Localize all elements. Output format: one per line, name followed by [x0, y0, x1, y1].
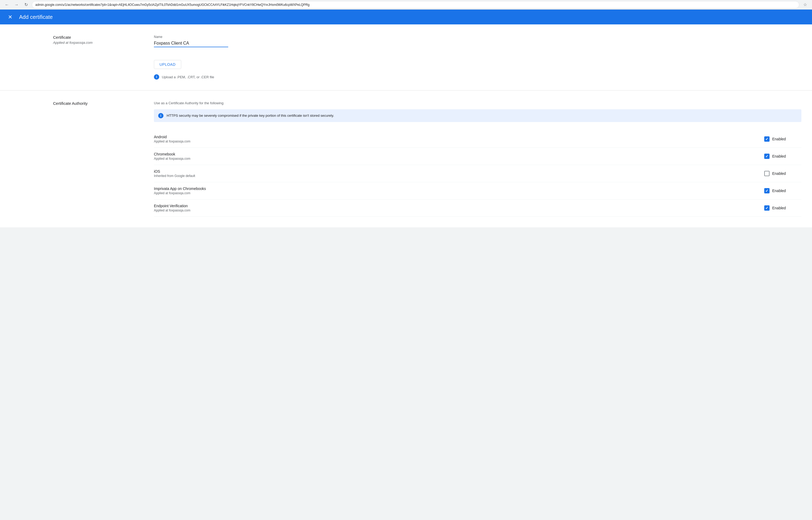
platform-sub: Applied at foxpassqa.com [154, 139, 764, 143]
certificate-card-inner: Certificate Applied at foxpassqa.com Nam… [0, 24, 812, 90]
platform-sub: Applied at foxpassqa.com [154, 157, 764, 160]
platform-row: Endpoint VerificationApplied at foxpassq… [154, 200, 802, 217]
main-content: Certificate Applied at foxpassqa.com Nam… [0, 24, 812, 520]
platform-sub: Applied at foxpassqa.com [154, 191, 764, 195]
close-button[interactable]: ✕ [5, 12, 15, 22]
info-icon: i [154, 74, 159, 80]
ca-inner: Certificate Authority Use as a Certifica… [53, 101, 812, 217]
browser-actions: ☆ [802, 1, 809, 8]
checkmark-icon: ✓ [765, 154, 768, 158]
bookmark-button[interactable]: ☆ [802, 1, 809, 8]
close-icon: ✕ [8, 14, 12, 20]
warning-text: HTTPS security may be severely compromis… [167, 113, 334, 118]
platform-control: ✓Enabled [764, 136, 802, 142]
enabled-label: Enabled [772, 189, 786, 193]
platform-checkbox[interactable]: ✓ [764, 188, 769, 193]
warning-box: i HTTPS security may be severely comprom… [154, 109, 802, 122]
certificate-sublabel: Applied at foxpassqa.com [53, 41, 154, 45]
back-button[interactable]: ← [3, 1, 10, 8]
platform-name: Endpoint Verification [154, 204, 764, 208]
platform-checkbox[interactable]: ✓ [764, 154, 769, 159]
platform-sub: Applied at foxpassqa.com [154, 209, 764, 212]
checkmark-icon: ✓ [765, 137, 768, 141]
platform-info: ChromebookApplied at foxpassqa.com [154, 152, 764, 160]
upload-button[interactable]: UPLOAD [154, 60, 181, 69]
platform-info: Imprivata App on ChromebooksApplied at f… [154, 186, 764, 195]
platform-checkbox[interactable]: ✓ [764, 136, 769, 142]
enabled-label: Enabled [772, 137, 786, 141]
name-input[interactable] [154, 40, 228, 47]
platform-name: Android [154, 135, 764, 139]
certificate-content-col: Name UPLOAD i Upload a .PEM, .CRT, or .C… [154, 35, 812, 80]
certificate-label-col: Certificate Applied at foxpassqa.com [53, 35, 154, 80]
app-header: ✕ Add certificate [0, 9, 812, 24]
ca-label: Certificate Authority [53, 101, 154, 106]
platform-row: AndroidApplied at foxpassqa.com✓Enabled [154, 131, 802, 148]
ca-content-col: Use as a Certificate Authority for the f… [154, 101, 812, 217]
platform-name: Chromebook [154, 152, 764, 156]
platform-name: iOS [154, 169, 764, 174]
enabled-label: Enabled [772, 172, 786, 176]
name-field-label: Name [154, 35, 802, 39]
certificate-card: Certificate Applied at foxpassqa.com Nam… [0, 24, 812, 90]
enabled-label: Enabled [772, 154, 786, 158]
enabled-label: Enabled [772, 206, 786, 210]
platform-info: AndroidApplied at foxpassqa.com [154, 135, 764, 143]
forward-button[interactable]: → [13, 1, 20, 8]
platform-control: Enabled [764, 171, 802, 176]
platform-list: AndroidApplied at foxpassqa.com✓EnabledC… [154, 131, 802, 217]
platform-name: Imprivata App on Chromebooks [154, 186, 764, 191]
ca-section: Certificate Authority Use as a Certifica… [0, 90, 812, 227]
platform-sub: Inherited from Google default [154, 174, 764, 178]
platform-control: ✓Enabled [764, 188, 802, 193]
warning-info-icon: i [158, 113, 163, 118]
url-text: admin.google.com/u/1/ac/networks/certifi… [35, 3, 310, 7]
platform-info: Endpoint VerificationApplied at foxpassq… [154, 204, 764, 212]
platform-checkbox[interactable]: ✓ [764, 205, 769, 211]
ca-description: Use as a Certificate Authority for the f… [154, 101, 802, 105]
ca-label-col: Certificate Authority [53, 101, 154, 217]
platform-row: ChromebookApplied at foxpassqa.com✓Enabl… [154, 148, 802, 165]
platform-row: iOSInherited from Google defaultEnabled [154, 165, 802, 182]
address-bar[interactable]: admin.google.com/u/1/ac/networks/certifi… [32, 1, 799, 8]
hint-text: Upload a .PEM, .CRT, or .CER file [162, 75, 214, 79]
platform-checkbox[interactable] [764, 171, 769, 176]
browser-bar: ← → ↻ admin.google.com/u/1/ac/networks/c… [0, 0, 812, 9]
page-title: Add certificate [19, 14, 53, 20]
platform-control: ✓Enabled [764, 205, 802, 211]
reload-button[interactable]: ↻ [22, 1, 30, 8]
checkmark-icon: ✓ [765, 206, 768, 210]
platform-row: Imprivata App on ChromebooksApplied at f… [154, 182, 802, 200]
platform-control: ✓Enabled [764, 154, 802, 159]
checkmark-icon: ✓ [765, 189, 768, 192]
certificate-label: Certificate [53, 35, 154, 40]
platform-info: iOSInherited from Google default [154, 169, 764, 178]
upload-hint: i Upload a .PEM, .CRT, or .CER file [154, 74, 802, 80]
